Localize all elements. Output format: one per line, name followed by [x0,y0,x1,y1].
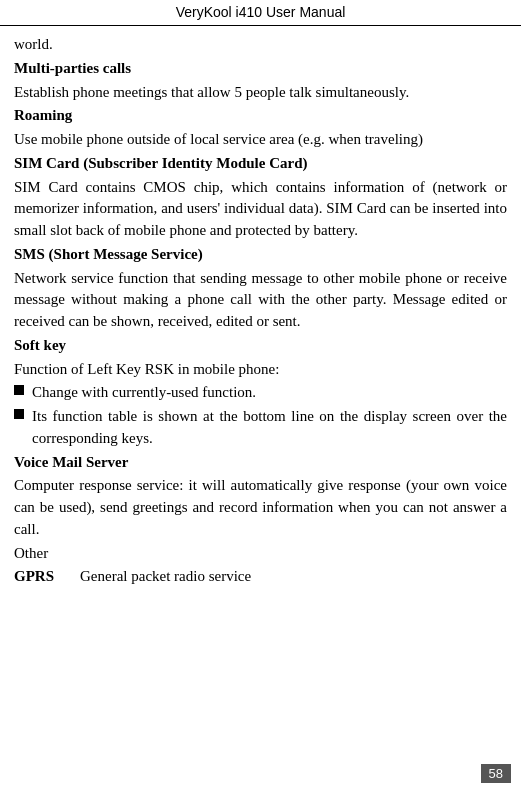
simcard-heading: SIM Card (Subscriber Identity Module Car… [14,153,507,175]
softkey-heading: Soft key [14,335,507,357]
multiparties-body: Establish phone meetings that allow 5 pe… [14,82,507,104]
softkey-intro: Function of Left Key RSK in mobile phone… [14,359,507,381]
page-number: 58 [481,764,511,783]
bullet-icon [14,385,24,395]
sms-body: Network service function that sending me… [14,268,507,333]
sms-label: SMS (Short Message Service) [14,246,203,262]
voicemail-heading: Voice Mail Server [14,452,507,474]
roaming-heading: Roaming [14,105,507,127]
header-title: VeryKool i410 User Manual [176,4,346,20]
softkey-label: Soft key [14,337,66,353]
main-content: world. Multi-parties calls Establish pho… [0,34,521,628]
softkey-bullets: Change with currently-used function. Its… [14,382,507,449]
bullet-icon [14,409,24,419]
roaming-body: Use mobile phone outside of local servic… [14,129,507,151]
page-number-container: 58 [481,764,511,783]
voicemail-label: Voice Mail Server [14,454,128,470]
bullet-text: Change with currently-used function. [32,382,507,404]
voicemail-body: Computer response service: it will autom… [14,475,507,540]
simcard-body: SIM Card contains CMOS chip, which conta… [14,177,507,242]
sms-heading: SMS (Short Message Service) [14,244,507,266]
gprs-description: General packet radio service [80,566,251,588]
bullet-text: Its function table is shown at the botto… [32,406,507,450]
multiparties-label: Multi-parties calls [14,60,131,76]
other-text: Other [14,543,507,565]
page-container: VeryKool i410 User Manual world. Multi-p… [0,0,521,793]
multiparties-heading: Multi-parties calls [14,58,507,80]
page-header: VeryKool i410 User Manual [0,0,521,26]
list-item: Change with currently-used function. [14,382,507,404]
list-item: Its function table is shown at the botto… [14,406,507,450]
roaming-label: Roaming [14,107,72,123]
gprs-label: GPRS [14,566,64,588]
gprs-row: GPRS General packet radio service [14,566,507,588]
intro-text: world. [14,34,507,56]
simcard-label: SIM Card (Subscriber Identity Module Car… [14,155,307,171]
